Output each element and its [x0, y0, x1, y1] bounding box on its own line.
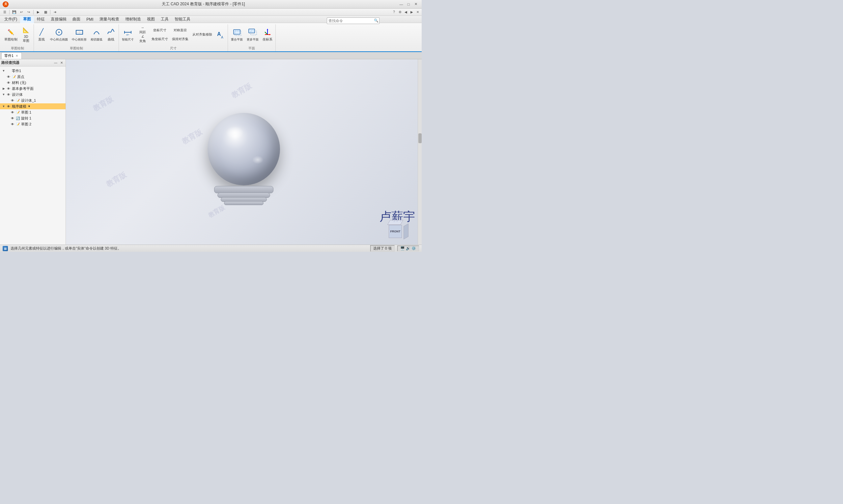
- tree-eye-icon-7[interactable]: 👁: [10, 110, 15, 115]
- tree-item-1[interactable]: 👁📝原点: [0, 74, 66, 80]
- viewport[interactable]: 教育版 教育版 教育版 教育版 教育版 卢薪宇 FRON: [66, 59, 422, 245]
- tree-edit-icon-9[interactable]: 📝: [15, 122, 20, 127]
- tree-eye-icon-8[interactable]: 👁: [10, 115, 15, 121]
- menu-file[interactable]: 文件(F): [1, 16, 20, 23]
- tree-edit-icon-1[interactable]: 📝: [11, 74, 16, 79]
- menu-view[interactable]: 视图: [144, 16, 158, 23]
- arrow-qt-button[interactable]: ➔: [52, 9, 58, 15]
- tree-eye-icon-1[interactable]: 👁: [6, 74, 11, 79]
- curve-label: 曲线: [108, 37, 114, 42]
- menu-surface[interactable]: 曲面: [70, 16, 83, 23]
- 3d-sketch-button[interactable]: 📐 3D草图: [20, 25, 32, 44]
- tree-toggle-0[interactable]: ▼: [1, 69, 6, 73]
- tree-eye-icon-0[interactable]: [6, 68, 11, 73]
- smart-dim-button[interactable]: A+ 智能尺寸: [120, 25, 135, 44]
- tree-item-9[interactable]: 👁📝草图 2: [0, 121, 66, 127]
- tree-item-6[interactable]: ▼👁顺序建模▼: [0, 103, 66, 109]
- ribbon-group-sketch-draw: ✏️ 草图绘制 📐 3D草图 草图绘制: [1, 24, 34, 51]
- tree-item-7[interactable]: 👁📝草图 1: [0, 109, 66, 115]
- tree-item-4[interactable]: ▼👁设计体: [0, 91, 66, 97]
- scrollbar-thumb[interactable]: [418, 133, 422, 143]
- help-button[interactable]: ?: [391, 10, 397, 15]
- tree-toggle-9: [5, 122, 10, 126]
- more-planes-button[interactable]: 更多平面: [245, 25, 260, 44]
- tree-eye-icon-6[interactable]: 👁: [6, 104, 11, 109]
- sym-diam-button[interactable]: 对称直径: [170, 26, 190, 35]
- status-icon-3[interactable]: ⚙️: [411, 246, 416, 250]
- sidebar-minimize-button[interactable]: —: [53, 60, 58, 66]
- menu-sketch[interactable]: 草图: [20, 16, 34, 23]
- distance-button[interactable]: ↔ 间距: [136, 26, 149, 35]
- text-height-button[interactable]: A A: [214, 25, 226, 44]
- search-input[interactable]: [327, 19, 373, 23]
- tree-label-6: 顺序建模: [11, 104, 27, 109]
- menu-feature[interactable]: 特征: [34, 16, 48, 23]
- remove-align-button[interactable]: 从对齐集移除: [191, 30, 214, 39]
- menu-qt-button[interactable]: ☰: [1, 9, 8, 15]
- minimize-button[interactable]: —: [398, 1, 405, 7]
- ribbon-group-planes: 重合平面 更多平面: [228, 24, 276, 51]
- status-icon-1[interactable]: 🖥️: [400, 246, 405, 250]
- grid-qt-button[interactable]: ▦: [42, 9, 49, 15]
- cube-indicator[interactable]: FRONT: [389, 218, 408, 238]
- center-rect-button[interactable]: 中心画矩形: [70, 25, 88, 44]
- angle-coord-button[interactable]: 角坐标尺寸: [150, 35, 170, 43]
- save-qt-button[interactable]: 💾: [11, 9, 17, 15]
- tree-toggle-3[interactable]: ▶: [1, 86, 6, 91]
- tree-item-3[interactable]: ▶👁基本参考平面: [0, 86, 66, 91]
- coincident-plane-button[interactable]: 重合平面: [229, 25, 244, 44]
- tree-toggle-6[interactable]: ▼: [1, 104, 6, 109]
- tree-eye-icon-2[interactable]: 👁: [6, 80, 11, 85]
- tree-eye-icon-3[interactable]: 👁: [6, 86, 11, 91]
- viewport-scrollbar[interactable]: [418, 59, 422, 245]
- menu-smart-tools[interactable]: 智能工具: [172, 16, 193, 23]
- menu-pmi[interactable]: PMI: [83, 16, 96, 23]
- tree-edit-icon-7[interactable]: 📝: [15, 110, 20, 115]
- run-qt-button[interactable]: ▶: [35, 9, 41, 15]
- tree-eye-icon-5[interactable]: 👁: [10, 98, 15, 103]
- watermark-3: 教育版: [104, 170, 128, 189]
- circle-button[interactable]: 中心和点画圆: [49, 25, 70, 44]
- menu-measure[interactable]: 测量与检查: [96, 16, 122, 23]
- tree-item-8[interactable]: 👁🔄旋转 1: [0, 115, 66, 121]
- tree-dropdown-arrow-6[interactable]: ▼: [28, 105, 31, 108]
- search-icon[interactable]: 🔍: [373, 18, 379, 24]
- coord-sys-button[interactable]: 坐标系: [261, 25, 274, 44]
- tree-label-9: 草图 2: [20, 122, 31, 127]
- keep-align-button[interactable]: 保持对齐集: [170, 35, 190, 43]
- line-button[interactable]: ╱ 直线: [35, 25, 48, 44]
- tree-item-0[interactable]: ▼零件1: [0, 68, 66, 74]
- coord-dim-button[interactable]: 坐标尺寸: [150, 26, 170, 35]
- nav-prev-icon[interactable]: ◀: [403, 10, 408, 15]
- svg-line-17: [265, 32, 267, 35]
- menu-direct-edit[interactable]: 直接编辑: [48, 16, 70, 23]
- sketch-draw-button[interactable]: ✏️ 草图绘制: [3, 25, 19, 44]
- settings-button[interactable]: ⚙: [397, 10, 403, 15]
- doc-tab-close-button[interactable]: ✕: [15, 54, 19, 58]
- nav-next-icon[interactable]: ▶: [409, 10, 415, 15]
- redo-qt-button[interactable]: ↪: [25, 9, 32, 15]
- tree-item-5[interactable]: 👁📝设计体_1: [0, 97, 66, 103]
- menu-tools[interactable]: 工具: [158, 16, 172, 23]
- status-icon-2[interactable]: 🔊: [406, 246, 410, 250]
- menu-additive[interactable]: 增材制造: [122, 16, 144, 23]
- restore-button[interactable]: □: [405, 1, 412, 7]
- app-logo: 天: [3, 1, 8, 7]
- tree-edit-icon-5[interactable]: 📝: [15, 98, 20, 103]
- close-button[interactable]: ✕: [412, 1, 419, 7]
- curve-button[interactable]: 曲线: [105, 25, 117, 44]
- nav-close-icon[interactable]: ✕: [415, 10, 420, 15]
- tangent-arc-button[interactable]: 相切圆弧: [89, 25, 104, 44]
- tree-eye-icon-9[interactable]: 👁: [10, 122, 15, 127]
- undo-qt-button[interactable]: ↩: [18, 9, 25, 15]
- qt-separator: [9, 10, 10, 15]
- cube-front-label: FRONT: [390, 230, 401, 233]
- tree-toggle-4[interactable]: ▼: [1, 92, 6, 97]
- svg-text:A: A: [221, 36, 223, 39]
- tree-item-2[interactable]: 👁材料 (无): [0, 80, 66, 86]
- angle-button[interactable]: ∠ 夹角: [136, 35, 149, 43]
- tree-eye-icon-4[interactable]: 👁: [6, 92, 11, 97]
- sidebar-close-button[interactable]: ✕: [59, 60, 64, 66]
- tree-edit-icon-8[interactable]: 🔄: [15, 115, 20, 121]
- doc-tab-part1[interactable]: 零件1 ✕: [1, 52, 22, 59]
